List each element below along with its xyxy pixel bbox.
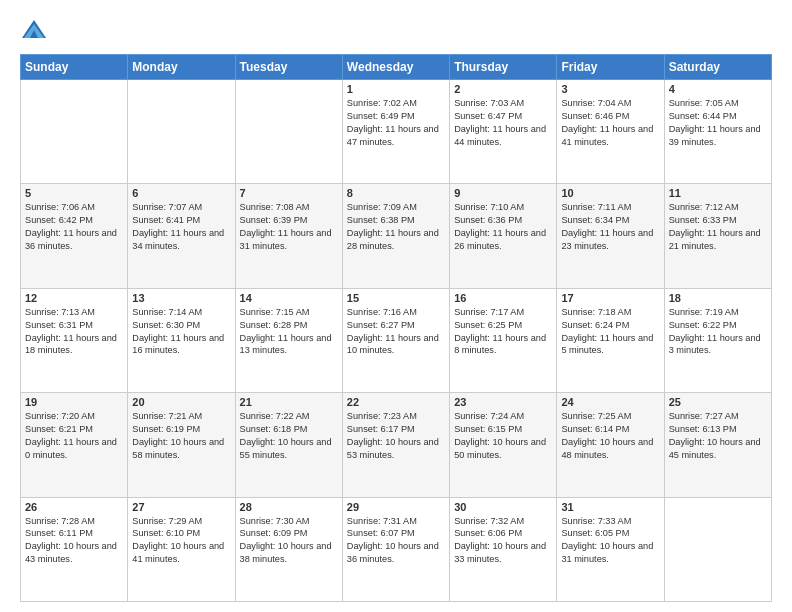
calendar-cell: 7Sunrise: 7:08 AMSunset: 6:39 PMDaylight… [235,184,342,288]
calendar-cell: 10Sunrise: 7:11 AMSunset: 6:34 PMDayligh… [557,184,664,288]
calendar-row: 5Sunrise: 7:06 AMSunset: 6:42 PMDaylight… [21,184,772,288]
calendar-cell: 23Sunrise: 7:24 AMSunset: 6:15 PMDayligh… [450,393,557,497]
day-number: 26 [25,501,123,513]
calendar-cell: 28Sunrise: 7:30 AMSunset: 6:09 PMDayligh… [235,497,342,601]
calendar-header-tuesday: Tuesday [235,55,342,80]
day-info: Sunrise: 7:14 AMSunset: 6:30 PMDaylight:… [132,306,230,358]
calendar-header-monday: Monday [128,55,235,80]
day-info: Sunrise: 7:30 AMSunset: 6:09 PMDaylight:… [240,515,338,567]
calendar-cell: 12Sunrise: 7:13 AMSunset: 6:31 PMDayligh… [21,288,128,392]
day-info: Sunrise: 7:15 AMSunset: 6:28 PMDaylight:… [240,306,338,358]
day-info: Sunrise: 7:08 AMSunset: 6:39 PMDaylight:… [240,201,338,253]
day-info: Sunrise: 7:21 AMSunset: 6:19 PMDaylight:… [132,410,230,462]
calendar-cell: 6Sunrise: 7:07 AMSunset: 6:41 PMDaylight… [128,184,235,288]
calendar-cell: 5Sunrise: 7:06 AMSunset: 6:42 PMDaylight… [21,184,128,288]
calendar-cell [128,80,235,184]
calendar-cell [235,80,342,184]
day-number: 8 [347,187,445,199]
calendar-row: 26Sunrise: 7:28 AMSunset: 6:11 PMDayligh… [21,497,772,601]
day-number: 6 [132,187,230,199]
day-number: 19 [25,396,123,408]
calendar-cell: 30Sunrise: 7:32 AMSunset: 6:06 PMDayligh… [450,497,557,601]
calendar-header-saturday: Saturday [664,55,771,80]
calendar-header-row: SundayMondayTuesdayWednesdayThursdayFrid… [21,55,772,80]
calendar-cell: 20Sunrise: 7:21 AMSunset: 6:19 PMDayligh… [128,393,235,497]
calendar-table: SundayMondayTuesdayWednesdayThursdayFrid… [20,54,772,602]
calendar-cell: 11Sunrise: 7:12 AMSunset: 6:33 PMDayligh… [664,184,771,288]
day-info: Sunrise: 7:24 AMSunset: 6:15 PMDaylight:… [454,410,552,462]
calendar-cell [664,497,771,601]
calendar-cell: 26Sunrise: 7:28 AMSunset: 6:11 PMDayligh… [21,497,128,601]
calendar-row: 12Sunrise: 7:13 AMSunset: 6:31 PMDayligh… [21,288,772,392]
day-info: Sunrise: 7:16 AMSunset: 6:27 PMDaylight:… [347,306,445,358]
calendar-cell: 24Sunrise: 7:25 AMSunset: 6:14 PMDayligh… [557,393,664,497]
day-number: 20 [132,396,230,408]
day-number: 9 [454,187,552,199]
calendar-header-thursday: Thursday [450,55,557,80]
day-info: Sunrise: 7:05 AMSunset: 6:44 PMDaylight:… [669,97,767,149]
day-info: Sunrise: 7:32 AMSunset: 6:06 PMDaylight:… [454,515,552,567]
day-info: Sunrise: 7:19 AMSunset: 6:22 PMDaylight:… [669,306,767,358]
day-info: Sunrise: 7:03 AMSunset: 6:47 PMDaylight:… [454,97,552,149]
day-info: Sunrise: 7:20 AMSunset: 6:21 PMDaylight:… [25,410,123,462]
calendar-cell: 9Sunrise: 7:10 AMSunset: 6:36 PMDaylight… [450,184,557,288]
calendar-cell: 16Sunrise: 7:17 AMSunset: 6:25 PMDayligh… [450,288,557,392]
calendar-cell: 25Sunrise: 7:27 AMSunset: 6:13 PMDayligh… [664,393,771,497]
day-number: 24 [561,396,659,408]
day-info: Sunrise: 7:09 AMSunset: 6:38 PMDaylight:… [347,201,445,253]
day-number: 30 [454,501,552,513]
day-info: Sunrise: 7:12 AMSunset: 6:33 PMDaylight:… [669,201,767,253]
calendar-cell: 31Sunrise: 7:33 AMSunset: 6:05 PMDayligh… [557,497,664,601]
day-number: 16 [454,292,552,304]
day-info: Sunrise: 7:02 AMSunset: 6:49 PMDaylight:… [347,97,445,149]
day-number: 29 [347,501,445,513]
day-number: 17 [561,292,659,304]
calendar-cell: 14Sunrise: 7:15 AMSunset: 6:28 PMDayligh… [235,288,342,392]
calendar-cell: 15Sunrise: 7:16 AMSunset: 6:27 PMDayligh… [342,288,449,392]
day-number: 13 [132,292,230,304]
day-info: Sunrise: 7:17 AMSunset: 6:25 PMDaylight:… [454,306,552,358]
calendar-row: 1Sunrise: 7:02 AMSunset: 6:49 PMDaylight… [21,80,772,184]
calendar-cell: 19Sunrise: 7:20 AMSunset: 6:21 PMDayligh… [21,393,128,497]
page: SundayMondayTuesdayWednesdayThursdayFrid… [0,0,792,612]
day-info: Sunrise: 7:23 AMSunset: 6:17 PMDaylight:… [347,410,445,462]
day-number: 11 [669,187,767,199]
calendar-cell: 22Sunrise: 7:23 AMSunset: 6:17 PMDayligh… [342,393,449,497]
calendar-header-friday: Friday [557,55,664,80]
calendar-cell: 18Sunrise: 7:19 AMSunset: 6:22 PMDayligh… [664,288,771,392]
calendar-header-sunday: Sunday [21,55,128,80]
calendar-cell: 27Sunrise: 7:29 AMSunset: 6:10 PMDayligh… [128,497,235,601]
day-info: Sunrise: 7:07 AMSunset: 6:41 PMDaylight:… [132,201,230,253]
day-info: Sunrise: 7:06 AMSunset: 6:42 PMDaylight:… [25,201,123,253]
calendar-cell: 13Sunrise: 7:14 AMSunset: 6:30 PMDayligh… [128,288,235,392]
day-number: 7 [240,187,338,199]
day-info: Sunrise: 7:10 AMSunset: 6:36 PMDaylight:… [454,201,552,253]
day-info: Sunrise: 7:28 AMSunset: 6:11 PMDaylight:… [25,515,123,567]
day-number: 25 [669,396,767,408]
calendar-cell: 2Sunrise: 7:03 AMSunset: 6:47 PMDaylight… [450,80,557,184]
calendar-cell: 3Sunrise: 7:04 AMSunset: 6:46 PMDaylight… [557,80,664,184]
calendar-header-wednesday: Wednesday [342,55,449,80]
day-number: 5 [25,187,123,199]
calendar-cell: 17Sunrise: 7:18 AMSunset: 6:24 PMDayligh… [557,288,664,392]
day-number: 23 [454,396,552,408]
calendar-cell: 1Sunrise: 7:02 AMSunset: 6:49 PMDaylight… [342,80,449,184]
calendar-cell: 8Sunrise: 7:09 AMSunset: 6:38 PMDaylight… [342,184,449,288]
day-number: 27 [132,501,230,513]
calendar-cell: 29Sunrise: 7:31 AMSunset: 6:07 PMDayligh… [342,497,449,601]
day-number: 15 [347,292,445,304]
day-info: Sunrise: 7:11 AMSunset: 6:34 PMDaylight:… [561,201,659,253]
day-number: 10 [561,187,659,199]
day-number: 22 [347,396,445,408]
calendar-cell: 4Sunrise: 7:05 AMSunset: 6:44 PMDaylight… [664,80,771,184]
calendar-row: 19Sunrise: 7:20 AMSunset: 6:21 PMDayligh… [21,393,772,497]
day-info: Sunrise: 7:18 AMSunset: 6:24 PMDaylight:… [561,306,659,358]
day-number: 4 [669,83,767,95]
day-info: Sunrise: 7:31 AMSunset: 6:07 PMDaylight:… [347,515,445,567]
day-info: Sunrise: 7:29 AMSunset: 6:10 PMDaylight:… [132,515,230,567]
day-number: 31 [561,501,659,513]
day-number: 1 [347,83,445,95]
day-info: Sunrise: 7:27 AMSunset: 6:13 PMDaylight:… [669,410,767,462]
logo-icon [20,16,48,44]
day-number: 14 [240,292,338,304]
